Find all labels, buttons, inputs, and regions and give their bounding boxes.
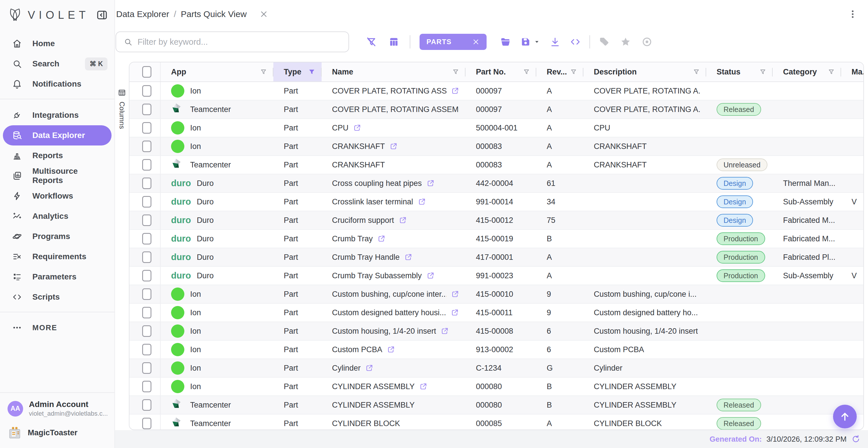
external-link-icon[interactable] (353, 124, 361, 132)
column-header-rev[interactable]: Rev... (536, 62, 583, 81)
external-link-icon[interactable] (419, 382, 427, 390)
watch-button[interactable] (642, 36, 652, 47)
table-row[interactable]: duroDuro Part Crumb Tray 415-00019 B Pro… (129, 230, 863, 248)
table-row[interactable]: Teamcenter Part COVER PLATE, ROTATING AS… (129, 100, 863, 119)
row-checkbox[interactable] (142, 141, 151, 152)
row-checkbox[interactable] (142, 104, 151, 115)
row-checkbox[interactable] (142, 214, 151, 226)
external-link-icon[interactable] (390, 142, 398, 150)
external-link-icon[interactable] (441, 327, 449, 335)
table-row[interactable]: duroDuro Part Crosslink laser terminal 9… (129, 193, 863, 211)
row-checkbox[interactable] (142, 251, 151, 263)
filter-funnel-icon[interactable] (828, 68, 835, 75)
row-checkbox[interactable] (142, 177, 151, 189)
save-options-caret-icon[interactable] (533, 38, 540, 45)
filter-funnel-icon[interactable] (452, 68, 459, 75)
external-link-icon[interactable] (451, 290, 459, 298)
table-row[interactable]: Ion Part Cylinder C-1234 G Cylinder (129, 359, 863, 378)
table-row[interactable]: duroDuro Part Cross coupling heat pipes … (129, 174, 863, 193)
sidebar-item-multisource-reports[interactable]: Multisource Reports (3, 166, 112, 186)
column-header-category[interactable]: Category (773, 62, 841, 81)
sidebar-item-analytics[interactable]: Analytics (3, 206, 112, 226)
sidebar-item-requirements[interactable]: Requirements (3, 246, 112, 267)
sidebar-item-scripts[interactable]: Scripts (3, 287, 112, 307)
table-row[interactable]: Ion Part CRANKSHAFT 000083 A CRANKSHAFT (129, 137, 863, 156)
workspace-switcher[interactable]: MagicToaster (7, 425, 107, 440)
external-link-icon[interactable] (451, 87, 459, 95)
sidebar-item-notifications[interactable]: Notifications (3, 74, 112, 94)
download-button[interactable] (550, 36, 561, 47)
table-row[interactable]: Teamcenter Part CRANKSHAFT 000083 A CRAN… (129, 156, 863, 174)
sidebar-item-integrations[interactable]: Integrations (3, 105, 112, 125)
columns-view-button[interactable] (389, 36, 399, 47)
external-link-icon[interactable] (418, 198, 426, 206)
sidebar-item-more[interactable]: MORE (3, 317, 112, 338)
sidebar-item-workflows[interactable]: Workflows (3, 186, 112, 206)
filter-funnel-icon[interactable] (308, 68, 315, 75)
external-link-icon[interactable] (451, 309, 459, 317)
tab-close-icon[interactable] (259, 10, 268, 19)
table-row[interactable]: Ion Part COVER PLATE, ROTATING ASSE... 0… (129, 82, 863, 100)
favorite-button[interactable] (620, 36, 631, 47)
filter-funnel-icon[interactable] (260, 68, 267, 75)
table-row[interactable]: Teamcenter Part CYLINDER BLOCK 000085 A … (129, 415, 863, 429)
column-header-part-no[interactable]: Part No. (465, 62, 536, 81)
row-checkbox[interactable] (142, 344, 151, 355)
columns-side-tab[interactable]: Columns (115, 62, 129, 430)
user-account[interactable]: AA Admin Account violet_admin@violetlabs… (7, 400, 107, 417)
external-link-icon[interactable] (365, 364, 373, 372)
column-header-description[interactable]: Description (583, 62, 706, 81)
column-header-status[interactable]: Status (706, 62, 773, 81)
table-row[interactable]: Ion Part CPU 500004-001 A CPU (129, 119, 863, 137)
row-checkbox[interactable] (142, 325, 151, 337)
row-checkbox[interactable] (142, 233, 151, 244)
add-tag-button[interactable] (599, 36, 610, 47)
external-link-icon[interactable] (377, 235, 385, 243)
row-checkbox[interactable] (142, 270, 151, 281)
row-checkbox[interactable] (142, 418, 151, 429)
external-link-icon[interactable] (427, 272, 435, 280)
external-link-icon[interactable] (427, 179, 435, 187)
breadcrumb-current[interactable]: Parts Quick View (181, 9, 247, 19)
row-checkbox[interactable] (142, 288, 151, 300)
column-header-name[interactable]: Name (321, 62, 465, 81)
row-checkbox[interactable] (142, 381, 151, 392)
refresh-icon[interactable] (851, 435, 861, 444)
column-header-app[interactable]: App (161, 62, 273, 81)
external-link-icon[interactable] (387, 346, 395, 354)
sidebar-item-programs[interactable]: Programs (3, 226, 112, 246)
table-row[interactable]: Ion Part Custom designed battery housi..… (129, 304, 863, 322)
table-row[interactable]: duroDuro Part Crumb Tray Handle 417-0000… (129, 248, 863, 267)
chip-remove-icon[interactable] (472, 38, 479, 46)
external-link-icon[interactable] (399, 216, 407, 224)
column-header-ma[interactable]: Ma... (841, 62, 863, 81)
clear-filters-button[interactable] (366, 36, 377, 47)
breadcrumb-root[interactable]: Data Explorer (116, 9, 169, 19)
column-header-type[interactable]: Type (273, 62, 321, 81)
kebab-menu-icon[interactable] (848, 9, 858, 19)
row-checkbox[interactable] (142, 196, 151, 208)
sidebar-item-home[interactable]: Home (3, 33, 112, 54)
row-checkbox[interactable] (142, 159, 151, 171)
filter-funnel-icon[interactable] (693, 68, 700, 75)
save-view-button[interactable] (520, 36, 531, 47)
sidebar-item-search[interactable]: Search ⌘ K (3, 54, 112, 74)
table-row[interactable]: Ion Part Custom bushing, cup/cone inter.… (129, 285, 863, 304)
filter-funnel-icon[interactable] (570, 68, 577, 75)
row-checkbox[interactable] (142, 399, 151, 411)
filter-funnel-icon[interactable] (523, 68, 530, 75)
row-checkbox[interactable] (142, 307, 151, 318)
filter-funnel-icon[interactable] (760, 68, 766, 75)
open-view-button[interactable] (500, 36, 511, 47)
sidebar-item-data-explorer[interactable]: Data Explorer (3, 125, 112, 145)
keyword-filter-input[interactable] (137, 37, 341, 47)
sidebar-item-reports[interactable]: Reports (3, 145, 112, 166)
table-row[interactable]: Ion Part Custom housing, 1/4-20 insert 4… (129, 322, 863, 341)
table-row[interactable]: duroDuro Part Cruciform support 415-0001… (129, 211, 863, 230)
select-all-checkbox[interactable] (142, 66, 151, 78)
table-row[interactable]: Ion Part Custom PCBA 913-00002 6 Custom … (129, 341, 863, 359)
row-checkbox[interactable] (142, 122, 151, 134)
row-checkbox[interactable] (142, 362, 151, 374)
parts-filter-chip[interactable]: PARTS (420, 34, 487, 50)
scroll-to-top-button[interactable] (833, 405, 857, 428)
